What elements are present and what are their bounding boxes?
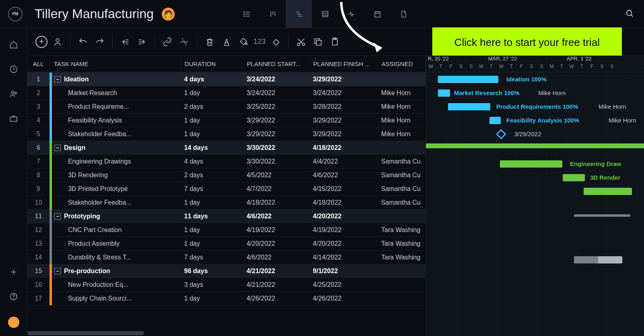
nav-team-icon[interactable] bbox=[9, 89, 18, 100]
view-file-icon[interactable] bbox=[390, 0, 417, 28]
nav-add-icon[interactable] bbox=[9, 268, 18, 278]
milestone-icon[interactable] bbox=[269, 35, 283, 49]
table-row[interactable]: 2Market Research1 day3/24/20223/24/2022M… bbox=[27, 86, 425, 100]
table-row[interactable]: 14Durability & Stress T...7 days4/6/2022… bbox=[27, 251, 425, 264]
table-row[interactable]: 7Engineering Drawings4 days3/30/20224/4/… bbox=[27, 155, 425, 168]
indent-icon[interactable] bbox=[135, 35, 149, 49]
col-task-name[interactable]: TASK NAME bbox=[50, 56, 180, 72]
user-avatar[interactable] bbox=[8, 317, 19, 328]
svg-rect-48 bbox=[316, 40, 321, 45]
svg-point-29 bbox=[56, 39, 59, 42]
view-sheet-icon[interactable] bbox=[312, 0, 338, 28]
toolbar: + 123 Click here to start your free tria… bbox=[27, 28, 644, 56]
delete-icon[interactable] bbox=[203, 35, 217, 49]
percent-label[interactable]: 123 bbox=[254, 37, 266, 46]
topbar: PM Tillery Manufacturing 🧑 bbox=[0, 0, 644, 28]
paste-icon[interactable] bbox=[328, 35, 342, 49]
text-color-icon[interactable] bbox=[220, 35, 233, 49]
svg-line-20 bbox=[631, 15, 633, 17]
table-row[interactable]: 93D Printed Prototype7 days4/7/20224/15/… bbox=[27, 182, 425, 196]
table-header: ALL TASK NAME DURATION PLANNED START... … bbox=[27, 56, 425, 73]
nav-home-icon[interactable] bbox=[9, 40, 18, 51]
col-all[interactable]: ALL bbox=[27, 56, 50, 72]
col-planned-finish[interactable]: PLANNED FINISH ... bbox=[309, 56, 377, 72]
assign-icon[interactable] bbox=[51, 35, 64, 49]
search-icon[interactable] bbox=[625, 9, 634, 19]
view-calendar-icon[interactable] bbox=[364, 0, 390, 28]
cut-icon[interactable] bbox=[294, 35, 308, 49]
svg-point-5 bbox=[244, 16, 244, 17]
table-row[interactable]: 4Feasibility Analysis1 day3/29/20223/29/… bbox=[27, 114, 425, 127]
fill-color-icon[interactable] bbox=[237, 35, 250, 49]
outdent-icon[interactable] bbox=[118, 35, 132, 49]
copy-icon[interactable] bbox=[311, 35, 325, 49]
nav-portfolio-icon[interactable] bbox=[9, 114, 18, 124]
project-avatar[interactable]: 🧑 bbox=[162, 8, 175, 21]
undo-icon[interactable] bbox=[76, 35, 90, 49]
nav-help-icon[interactable] bbox=[9, 292, 18, 303]
table-row[interactable]: 1−Ideation4 days3/24/20223/29/2022 bbox=[27, 73, 425, 86]
col-assigned[interactable]: ASSIGNED bbox=[377, 56, 425, 72]
svg-rect-12 bbox=[322, 11, 328, 17]
svg-point-28 bbox=[13, 298, 14, 299]
table-row[interactable]: 17Supply Chain Sourci...1 day4/26/20224/… bbox=[27, 292, 425, 305]
table-row[interactable]: 12CNC Part Creation1 day4/19/20224/19/20… bbox=[27, 223, 425, 237]
view-gantt-icon[interactable] bbox=[286, 0, 312, 28]
app-logo[interactable]: PM bbox=[8, 7, 23, 21]
table-row[interactable]: 15−Pre-production96 days4/21/20229/1/202… bbox=[27, 264, 425, 278]
project-title: Tillery Manufacturing bbox=[35, 6, 154, 21]
svg-point-19 bbox=[627, 10, 632, 15]
col-duration[interactable]: DURATION bbox=[180, 56, 243, 72]
table-row[interactable]: 3Product Requireme...2 days3/25/20223/28… bbox=[27, 100, 425, 114]
view-activity-icon[interactable] bbox=[338, 0, 364, 28]
table-row[interactable]: 10Stakeholder Feedba...1 day4/18/20224/1… bbox=[27, 196, 425, 209]
link-icon[interactable] bbox=[161, 35, 174, 49]
svg-rect-43 bbox=[273, 39, 279, 45]
add-task-button[interactable]: + bbox=[35, 36, 47, 48]
table-row[interactable]: 11−Prototyping11 days4/6/20224/20/2022 bbox=[27, 209, 425, 223]
svg-point-4 bbox=[244, 14, 244, 15]
table-row[interactable]: 13Product Assembly1 day4/20/20224/20/202… bbox=[27, 237, 425, 251]
gantt-chart[interactable]: R, 20 '22 MAR, 27 '22 APR, 3 '22 WTFSSMT… bbox=[426, 56, 644, 336]
redo-icon[interactable] bbox=[93, 35, 107, 49]
svg-rect-24 bbox=[10, 117, 17, 121]
gantt-month-header: R, 20 '22 MAR, 27 '22 APR, 3 '22 bbox=[426, 56, 644, 64]
view-tabs bbox=[233, 0, 417, 28]
table-row[interactable]: 83D Rendering2 days4/5/20224/6/2022Saman… bbox=[27, 168, 425, 182]
free-trial-cta[interactable]: Click here to start your free trial bbox=[432, 27, 622, 58]
svg-point-22 bbox=[11, 91, 14, 94]
table-row[interactable]: 6−Design14 days3/30/20224/18/2022 bbox=[27, 141, 425, 155]
horizontal-scrollbar[interactable] bbox=[27, 330, 398, 336]
unlink-icon[interactable] bbox=[178, 35, 191, 49]
gantt-day-header: WTFSSMTWTFSSMTWTFSS bbox=[426, 64, 644, 73]
table-row[interactable]: 16New Production Eq...3 days4/21/20224/2… bbox=[27, 278, 425, 292]
col-planned-start[interactable]: PLANNED START... bbox=[242, 56, 309, 72]
svg-point-23 bbox=[14, 92, 17, 94]
svg-rect-15 bbox=[375, 12, 380, 17]
view-board-icon[interactable] bbox=[260, 0, 286, 28]
svg-point-42 bbox=[246, 43, 247, 45]
svg-point-3 bbox=[244, 12, 244, 12]
view-list-icon[interactable] bbox=[233, 0, 260, 28]
nav-recent-icon[interactable] bbox=[9, 65, 18, 75]
table-row[interactable]: 5Stakeholder Feedba...1 day3/29/20223/29… bbox=[27, 127, 425, 141]
sidebar bbox=[0, 28, 27, 336]
task-table: ALL TASK NAME DURATION PLANNED START... … bbox=[27, 56, 426, 336]
